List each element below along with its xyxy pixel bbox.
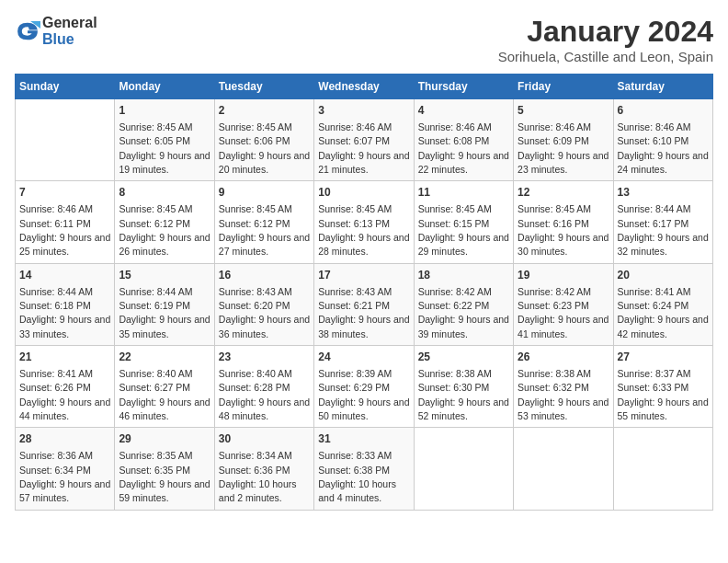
daylight-text: Daylight: 9 hours and 33 minutes.: [19, 314, 110, 339]
sunrise-text: Sunrise: 8:45 AM: [119, 121, 192, 132]
table-row: 1 Sunrise: 8:45 AM Sunset: 6:05 PM Dayli…: [115, 99, 214, 181]
sunrise-text: Sunrise: 8:44 AM: [19, 286, 93, 297]
daylight-text: Daylight: 9 hours and 39 minutes.: [418, 314, 509, 339]
day-number: 31: [318, 431, 409, 447]
day-number: 14: [19, 268, 110, 283]
daylight-text: Daylight: 9 hours and 44 minutes.: [19, 396, 110, 421]
sunset-text: Sunset: 6:33 PM: [618, 382, 689, 393]
table-row: 28 Sunrise: 8:36 AM Sunset: 6:34 PM Dayl…: [16, 428, 115, 510]
header-sunday: Sunday: [16, 75, 115, 99]
table-row: 24 Sunrise: 8:39 AM Sunset: 6:29 PM Dayl…: [314, 346, 414, 428]
day-number: 16: [219, 268, 310, 283]
table-row: 6 Sunrise: 8:46 AM Sunset: 6:10 PM Dayli…: [613, 99, 712, 181]
header-saturday: Saturday: [613, 75, 712, 99]
sunrise-text: Sunrise: 8:33 AM: [318, 450, 392, 461]
daylight-text: Daylight: 9 hours and 26 minutes.: [119, 232, 210, 257]
sunset-text: Sunset: 6:06 PM: [219, 135, 290, 146]
calendar-week-row: 14 Sunrise: 8:44 AM Sunset: 6:18 PM Dayl…: [16, 263, 713, 345]
table-row: 22 Sunrise: 8:40 AM Sunset: 6:27 PM Dayl…: [115, 346, 214, 428]
day-number: 3: [318, 103, 409, 119]
daylight-text: Daylight: 9 hours and 42 minutes.: [618, 314, 709, 339]
sunrise-text: Sunrise: 8:38 AM: [518, 368, 591, 379]
header-wednesday: Wednesday: [314, 75, 414, 99]
daylight-text: Daylight: 9 hours and 52 minutes.: [418, 396, 509, 421]
daylight-text: Daylight: 9 hours and 22 minutes.: [418, 150, 509, 175]
sunrise-text: Sunrise: 8:42 AM: [418, 286, 492, 297]
table-row: 19 Sunrise: 8:42 AM Sunset: 6:23 PM Dayl…: [514, 263, 613, 345]
sunrise-text: Sunrise: 8:45 AM: [518, 203, 591, 214]
table-row: 31 Sunrise: 8:33 AM Sunset: 6:38 PM Dayl…: [314, 428, 414, 510]
sunset-text: Sunset: 6:05 PM: [119, 135, 190, 146]
table-row: 3 Sunrise: 8:46 AM Sunset: 6:07 PM Dayli…: [314, 99, 414, 181]
table-row: 18 Sunrise: 8:42 AM Sunset: 6:22 PM Dayl…: [414, 263, 513, 345]
sunrise-text: Sunrise: 8:46 AM: [418, 121, 492, 132]
day-number: 1: [119, 103, 210, 119]
table-row: 9 Sunrise: 8:45 AM Sunset: 6:12 PM Dayli…: [214, 181, 313, 263]
daylight-text: Daylight: 9 hours and 21 minutes.: [318, 150, 409, 175]
sunrise-text: Sunrise: 8:45 AM: [119, 203, 192, 214]
daylight-text: Daylight: 9 hours and 30 minutes.: [518, 232, 609, 257]
sunrise-text: Sunrise: 8:37 AM: [618, 368, 691, 379]
sunset-text: Sunset: 6:07 PM: [318, 135, 390, 146]
sunset-text: Sunset: 6:16 PM: [518, 218, 589, 229]
day-number: 5: [518, 103, 609, 119]
daylight-text: Daylight: 9 hours and 28 minutes.: [318, 232, 409, 257]
title-block: January 2024 Sorihuela, Castille and Leo…: [498, 15, 713, 64]
header-monday: Monday: [115, 75, 214, 99]
daylight-text: Daylight: 9 hours and 50 minutes.: [318, 396, 409, 421]
sunset-text: Sunset: 6:32 PM: [518, 382, 589, 393]
day-number: 9: [219, 185, 310, 201]
day-number: 22: [119, 350, 210, 365]
table-row: 5 Sunrise: 8:46 AM Sunset: 6:09 PM Dayli…: [514, 99, 613, 181]
sunrise-text: Sunrise: 8:46 AM: [618, 121, 691, 132]
sunset-text: Sunset: 6:23 PM: [518, 300, 589, 311]
table-row: 10 Sunrise: 8:45 AM Sunset: 6:13 PM Dayl…: [314, 181, 414, 263]
sunset-text: Sunset: 6:27 PM: [119, 382, 190, 393]
table-row: 13 Sunrise: 8:44 AM Sunset: 6:17 PM Dayl…: [613, 181, 712, 263]
day-number: 30: [219, 431, 310, 447]
day-number: 26: [518, 350, 609, 365]
day-number: 11: [418, 185, 509, 201]
sunset-text: Sunset: 6:21 PM: [318, 300, 390, 311]
sunset-text: Sunset: 6:22 PM: [418, 300, 490, 311]
sunrise-text: Sunrise: 8:46 AM: [19, 203, 93, 214]
header-friday: Friday: [514, 75, 613, 99]
sunset-text: Sunset: 6:10 PM: [618, 135, 689, 146]
table-row: 8 Sunrise: 8:45 AM Sunset: 6:12 PM Dayli…: [115, 181, 214, 263]
daylight-text: Daylight: 10 hours and 4 minutes.: [318, 478, 396, 503]
calendar-week-row: 7 Sunrise: 8:46 AM Sunset: 6:11 PM Dayli…: [16, 181, 713, 263]
daylight-text: Daylight: 9 hours and 24 minutes.: [618, 150, 709, 175]
calendar-week-row: 21 Sunrise: 8:41 AM Sunset: 6:26 PM Dayl…: [16, 346, 713, 428]
logo-text: General Blue: [42, 15, 97, 48]
logo-icon: [15, 18, 40, 44]
sunrise-text: Sunrise: 8:46 AM: [518, 121, 591, 132]
sunrise-text: Sunrise: 8:44 AM: [618, 203, 691, 214]
sunrise-text: Sunrise: 8:35 AM: [119, 450, 192, 461]
sunset-text: Sunset: 6:29 PM: [318, 382, 390, 393]
daylight-text: Daylight: 9 hours and 23 minutes.: [518, 150, 609, 175]
table-row: 25 Sunrise: 8:38 AM Sunset: 6:30 PM Dayl…: [414, 346, 513, 428]
daylight-text: Daylight: 9 hours and 27 minutes.: [219, 232, 310, 257]
logo: General Blue: [15, 15, 97, 48]
day-number: 17: [318, 268, 409, 283]
day-number: 15: [119, 268, 210, 283]
sunset-text: Sunset: 6:12 PM: [219, 218, 290, 229]
daylight-text: Daylight: 9 hours and 20 minutes.: [219, 150, 310, 175]
sunset-text: Sunset: 6:12 PM: [119, 218, 190, 229]
calendar-table: Sunday Monday Tuesday Wednesday Thursday…: [15, 74, 713, 511]
calendar-week-row: 1 Sunrise: 8:45 AM Sunset: 6:05 PM Dayli…: [16, 99, 713, 181]
sunset-text: Sunset: 6:15 PM: [418, 218, 490, 229]
sunrise-text: Sunrise: 8:38 AM: [418, 368, 492, 379]
day-number: 8: [119, 185, 210, 201]
day-number: 12: [518, 185, 609, 201]
table-row: [613, 428, 712, 510]
table-row: 2 Sunrise: 8:45 AM Sunset: 6:06 PM Dayli…: [214, 99, 313, 181]
table-row: 26 Sunrise: 8:38 AM Sunset: 6:32 PM Dayl…: [514, 346, 613, 428]
table-row: 7 Sunrise: 8:46 AM Sunset: 6:11 PM Dayli…: [16, 181, 115, 263]
sunrise-text: Sunrise: 8:44 AM: [119, 286, 192, 297]
sunrise-text: Sunrise: 8:40 AM: [119, 368, 192, 379]
day-number: 21: [19, 350, 110, 365]
sunset-text: Sunset: 6:13 PM: [318, 218, 390, 229]
table-row: 12 Sunrise: 8:45 AM Sunset: 6:16 PM Dayl…: [514, 181, 613, 263]
daylight-text: Daylight: 9 hours and 25 minutes.: [19, 232, 110, 257]
